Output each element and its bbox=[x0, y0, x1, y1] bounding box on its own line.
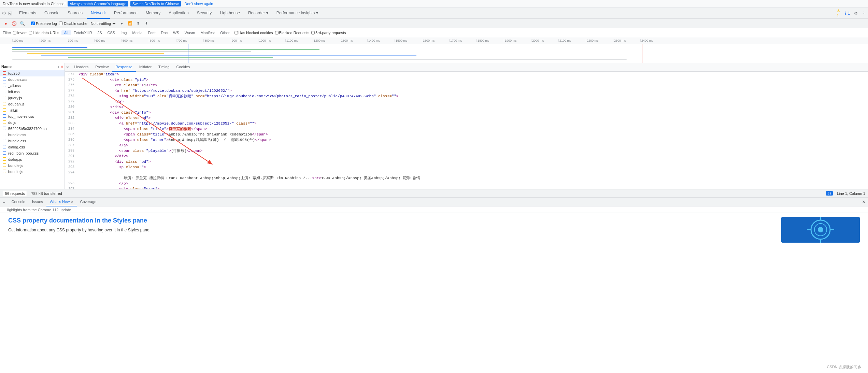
close-panel-button[interactable]: × bbox=[66, 64, 69, 70]
tab-issues-bottom[interactable]: Issues bbox=[29, 198, 46, 206]
filter-type-media[interactable]: Media bbox=[129, 30, 145, 35]
hide-data-urls-checkbox[interactable]: Hide data URLs bbox=[29, 31, 59, 35]
file-item-bundle-css-1[interactable]: bundle.css bbox=[0, 132, 65, 138]
tab-memory[interactable]: Memory bbox=[142, 8, 165, 19]
record-button[interactable]: ● bbox=[3, 20, 9, 27]
export-icon[interactable]: ⬇ bbox=[143, 20, 150, 27]
has-blocked-cookies-checkbox[interactable]: Has blocked cookies bbox=[234, 31, 273, 35]
tab-right-controls: ⚠ 1 ℹ 1 ⚙ ⋮ bbox=[837, 11, 867, 16]
file-item-bundle-js-1[interactable]: bundle.js bbox=[0, 162, 65, 169]
dont-show-link[interactable]: Don't show again bbox=[184, 2, 213, 6]
settings-icon[interactable]: ⚙ bbox=[853, 11, 858, 16]
devtools-menu-icon[interactable]: ⚙ bbox=[1, 11, 7, 16]
throttle-dropdown-icon[interactable]: ▾ bbox=[119, 20, 125, 27]
filter-type-css[interactable]: CSS bbox=[105, 30, 118, 35]
file-item-reg-login[interactable]: reg_login_pop.css bbox=[0, 150, 65, 156]
file-item-init-css[interactable]: init.css bbox=[0, 89, 65, 95]
timeline-blue-marker bbox=[188, 44, 188, 63]
sort-icon[interactable]: ↕ bbox=[58, 64, 60, 69]
tick-2200: 2200 ms bbox=[586, 39, 613, 42]
filter-active-icon[interactable]: × bbox=[61, 64, 63, 69]
tab-performance[interactable]: Performance bbox=[110, 8, 142, 19]
tick-200: 200 ms bbox=[40, 39, 67, 42]
blocked-requests-checkbox[interactable]: Blocked Requests bbox=[275, 31, 310, 35]
code-view[interactable]: 274 <div class="item"> 275 <div class="p… bbox=[65, 72, 868, 189]
filter-type-font[interactable]: Font bbox=[145, 30, 158, 35]
more-icon[interactable]: ⋮ bbox=[861, 11, 867, 16]
clear-button[interactable]: 🚫 bbox=[11, 20, 17, 27]
code-line-287: 287 </a> bbox=[65, 143, 868, 148]
filter-type-manifest[interactable]: Manifest bbox=[198, 30, 218, 35]
filter-type-js[interactable]: JS bbox=[95, 30, 105, 35]
always-match-button[interactable]: Always match Chrome's language bbox=[68, 1, 128, 6]
tick-1100: 1100 ms bbox=[285, 39, 313, 42]
js-icon bbox=[3, 120, 6, 124]
file-item-top250[interactable]: top250 bbox=[0, 70, 65, 76]
preserve-log-checkbox[interactable]: Preserve log bbox=[31, 21, 57, 26]
js-icon bbox=[3, 96, 6, 99]
tab-preview[interactable]: Preview bbox=[92, 63, 112, 72]
tab-coverage-bottom[interactable]: Coverage bbox=[77, 198, 100, 206]
dock-icon[interactable]: ◱ bbox=[8, 11, 13, 16]
file-item-dialog-css[interactable]: dialog.css bbox=[0, 144, 65, 150]
file-item-562925[interactable]: 562925b5e3824700.css bbox=[0, 126, 65, 132]
tab-recorder[interactable]: Recorder ▾ bbox=[244, 8, 272, 19]
file-item-douban-js[interactable]: douban.js bbox=[0, 101, 65, 107]
tick-2400: 2400 ms bbox=[640, 39, 668, 42]
bottom-tab-bar: ≡ Console Issues What's New × Coverage × bbox=[0, 198, 868, 206]
file-item-bundle-js-2[interactable]: bundle.js bbox=[0, 169, 65, 175]
tab-console[interactable]: Console bbox=[40, 8, 63, 19]
warning-icon[interactable]: ⚠ 1 bbox=[837, 11, 842, 16]
file-item-douban-css[interactable]: douban.css bbox=[0, 76, 65, 83]
tab-console-bottom[interactable]: Console bbox=[8, 198, 29, 206]
code-line-276: 276 <em class="">1</em> bbox=[65, 83, 868, 88]
tab-network[interactable]: Network bbox=[87, 8, 110, 19]
throttle-select[interactable]: No throttling Fast 3G Slow 3G bbox=[89, 21, 117, 26]
tick-1500: 1500 ms bbox=[395, 39, 422, 42]
import-icon[interactable]: ⬆ bbox=[135, 20, 141, 27]
search-button[interactable]: 🔍 bbox=[19, 20, 25, 27]
filter-type-doc[interactable]: Doc bbox=[158, 30, 170, 35]
tab-elements[interactable]: Elements bbox=[15, 8, 40, 19]
tab-initiator[interactable]: Initiator bbox=[136, 63, 155, 72]
js-icon bbox=[3, 108, 6, 112]
tab-whats-new-bottom[interactable]: What's New × bbox=[46, 198, 77, 206]
tab-application[interactable]: Application bbox=[165, 8, 193, 19]
tab-lighthouse[interactable]: Lighthouse bbox=[216, 8, 244, 19]
file-list-header: Name ↕ × bbox=[0, 63, 65, 70]
file-item-all-js[interactable]: _all.js bbox=[0, 107, 65, 113]
tab-security[interactable]: Security bbox=[193, 8, 216, 19]
format-button[interactable]: {} bbox=[826, 191, 833, 196]
wifi-icon[interactable]: 📶 bbox=[127, 20, 133, 27]
file-item-all-css[interactable]: _all.css bbox=[0, 83, 65, 89]
filter-type-all[interactable]: All bbox=[61, 30, 71, 35]
tab-timing[interactable]: Timing bbox=[155, 63, 173, 72]
file-item-top-movies-css[interactable]: top_movies.css bbox=[0, 113, 65, 119]
tab-headers[interactable]: Headers bbox=[71, 63, 92, 72]
switch-devtools-button[interactable]: Switch DevTools to Chinese bbox=[130, 1, 181, 6]
file-item-dialog-js[interactable]: dialog.js bbox=[0, 156, 65, 162]
file-item-bundle-css-2[interactable]: bundle.css bbox=[0, 138, 65, 144]
tab-sources[interactable]: Sources bbox=[63, 8, 87, 19]
filter-type-ws[interactable]: WS bbox=[170, 30, 182, 35]
bottom-panel-expand-icon[interactable]: ≡ bbox=[3, 199, 5, 204]
invert-checkbox[interactable]: Invert bbox=[13, 31, 27, 35]
filter-type-wasm[interactable]: Wasm bbox=[182, 30, 198, 35]
bottom-panel-close-button[interactable]: × bbox=[862, 199, 865, 205]
tick-1400: 1400 ms bbox=[367, 39, 395, 42]
file-item-jquery-js[interactable]: jquery.js bbox=[0, 95, 65, 101]
tab-cookies[interactable]: Cookies bbox=[173, 63, 194, 72]
tab-response[interactable]: Response bbox=[112, 63, 136, 72]
third-party-checkbox[interactable]: 3rd-party requests bbox=[311, 31, 346, 35]
tick-800: 800 ms bbox=[203, 39, 231, 42]
requests-count[interactable]: 56 requests bbox=[3, 191, 27, 196]
close-whats-new-button[interactable]: × bbox=[71, 200, 73, 204]
file-item-do-js[interactable]: do.js bbox=[0, 119, 65, 126]
code-line-288: 288 <span class="playable">[可播放]</span> bbox=[65, 148, 868, 154]
disable-cache-checkbox[interactable]: Disable cache bbox=[59, 21, 87, 26]
filter-type-other[interactable]: Other bbox=[217, 30, 232, 35]
tab-performance-insights[interactable]: Performance insights ▾ bbox=[272, 8, 322, 19]
info-icon[interactable]: ℹ 1 bbox=[845, 11, 850, 16]
filter-type-fetchxhr[interactable]: Fetch/XHR bbox=[71, 30, 95, 35]
filter-type-img[interactable]: Img bbox=[118, 30, 129, 35]
